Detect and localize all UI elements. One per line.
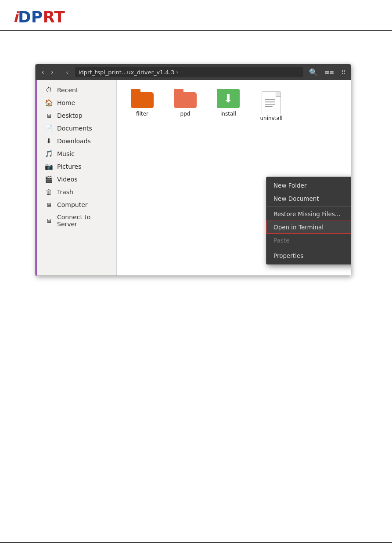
sidebar-label-pictures: Pictures bbox=[57, 163, 81, 170]
sidebar-item-computer[interactable]: 🖥 Computer bbox=[39, 199, 115, 211]
sidebar-item-trash[interactable]: 🗑 Trash bbox=[39, 186, 115, 198]
sidebar-item-home[interactable]: 🏠 Home bbox=[39, 97, 115, 109]
sidebar-label-desktop: Desktop bbox=[57, 112, 83, 119]
sidebar-label-documents: Documents bbox=[57, 125, 92, 132]
bottom-line bbox=[0, 542, 392, 543]
sidebar-item-recent[interactable]: ⏱ Recent bbox=[39, 84, 115, 96]
documents-icon: 📄 bbox=[45, 124, 53, 132]
ctx-label-paste: Paste bbox=[273, 237, 289, 244]
text-file-icon bbox=[259, 92, 284, 113]
sidebar: ⏱ Recent 🏠 Home 🖥 Desktop 📄 Documents ⬇ … bbox=[36, 80, 117, 276]
file-label-filter: filter bbox=[136, 111, 148, 117]
file-manager-body: ⏱ Recent 🏠 Home 🖥 Desktop 📄 Documents ⬇ … bbox=[36, 80, 351, 276]
file-label-install: install bbox=[220, 111, 236, 117]
ctx-properties[interactable]: Properties bbox=[266, 249, 351, 262]
pictures-icon: 📷 bbox=[45, 163, 53, 170]
toolbar-right-icons: 🔍 ≡≡ ⠿ bbox=[307, 67, 347, 77]
sidebar-item-desktop[interactable]: 🖥 Desktop bbox=[39, 109, 115, 122]
sidebar-item-documents[interactable]: 📄 Documents bbox=[39, 122, 115, 134]
toolbar-separator bbox=[60, 68, 60, 76]
sidebar-label-computer: Computer bbox=[57, 201, 88, 208]
ctx-sep-2 bbox=[266, 248, 351, 248]
ctx-open-terminal[interactable]: Open in Terminal bbox=[266, 221, 351, 234]
ctx-label-restore-missing: Restore Missing Files... bbox=[273, 210, 341, 218]
logo-p: P bbox=[31, 8, 43, 26]
file-label-uninstall: uninstall bbox=[260, 115, 282, 121]
file-item-install[interactable]: ⬇ install bbox=[211, 88, 246, 121]
back-button[interactable]: ‹ bbox=[39, 67, 47, 77]
install-file-icon: ⬇ bbox=[216, 88, 241, 109]
ctx-label-new-folder: New Folder bbox=[273, 182, 306, 189]
trash-icon: 🗑 bbox=[45, 188, 53, 196]
grid-view-icon[interactable]: ⠿ bbox=[339, 68, 347, 76]
text-file-shape bbox=[262, 91, 281, 114]
ctx-sep-1 bbox=[266, 206, 351, 207]
desktop-icon: 🖥 bbox=[45, 112, 53, 120]
file-manager-window: ‹ › ‹ idprt_tspl_print...ux_driver_v1.4.… bbox=[35, 64, 351, 276]
forward-button[interactable]: › bbox=[48, 67, 56, 77]
ctx-label-new-document: New Document bbox=[273, 195, 319, 202]
logo: i D P RT bbox=[13, 8, 379, 26]
sidebar-label-recent: Recent bbox=[57, 87, 78, 94]
sidebar-item-pictures[interactable]: 📷 Pictures bbox=[39, 160, 115, 173]
ctx-new-document[interactable]: New Document › bbox=[266, 192, 351, 205]
list-view-icon[interactable]: ≡≡ bbox=[323, 68, 336, 76]
downloads-icon: ⬇ bbox=[45, 137, 53, 145]
logo-d: D bbox=[18, 8, 31, 26]
ctx-paste: Paste bbox=[266, 234, 351, 247]
sidebar-label-connect-server: Connect to Server bbox=[57, 214, 108, 228]
sidebar-label-music: Music bbox=[57, 150, 75, 157]
search-icon[interactable]: 🔍 bbox=[307, 67, 320, 77]
ctx-new-folder[interactable]: New Folder bbox=[266, 179, 351, 192]
sidebar-label-downloads: Downloads bbox=[57, 138, 91, 145]
connect-server-icon: 🖥 bbox=[45, 217, 53, 225]
ctx-label-properties: Properties bbox=[273, 252, 303, 259]
recent-icon: ⏱ bbox=[45, 86, 53, 94]
sidebar-label-home: Home bbox=[57, 99, 75, 106]
music-icon: 🎵 bbox=[45, 150, 53, 158]
up-button[interactable]: ‹ bbox=[64, 68, 71, 76]
toolbar: ‹ › ‹ idprt_tspl_print...ux_driver_v1.4.… bbox=[36, 64, 351, 80]
file-item-ppd[interactable]: ppd bbox=[168, 88, 203, 121]
sidebar-item-connect-server[interactable]: 🖥 Connect to Server bbox=[39, 211, 115, 230]
ctx-label-open-terminal: Open in Terminal bbox=[273, 224, 324, 231]
sidebar-item-videos[interactable]: 🎬 Videos bbox=[39, 173, 115, 185]
logo-area: i D P RT bbox=[0, 0, 392, 31]
file-item-uninstall[interactable]: uninstall bbox=[254, 92, 289, 121]
logo-i: i bbox=[13, 9, 18, 25]
home-icon: 🏠 bbox=[45, 99, 53, 107]
folder-ppd-icon bbox=[173, 88, 198, 109]
sidebar-item-downloads[interactable]: ⬇ Downloads bbox=[39, 135, 115, 147]
logo-rt: RT bbox=[43, 8, 65, 26]
context-menu: New Folder New Document › Restore Missin… bbox=[266, 177, 351, 265]
file-item-filter[interactable]: filter bbox=[125, 88, 160, 121]
folder-filter-icon bbox=[130, 88, 155, 109]
files-grid: filter ppd ⬇ bbox=[125, 88, 343, 121]
breadcrumb-text: idprt_tspl_print...ux_driver_v1.4.3 bbox=[79, 69, 174, 76]
sidebar-label-trash: Trash bbox=[57, 189, 73, 196]
sidebar-label-videos: Videos bbox=[57, 176, 78, 183]
ctx-restore-missing[interactable]: Restore Missing Files... bbox=[266, 207, 351, 221]
files-area: filter ppd ⬇ bbox=[117, 80, 351, 276]
breadcrumb: idprt_tspl_print...ux_driver_v1.4.3 › bbox=[75, 67, 303, 77]
install-icon-shape: ⬇ bbox=[217, 89, 240, 108]
videos-icon: 🎬 bbox=[45, 175, 53, 183]
sidebar-item-music[interactable]: 🎵 Music bbox=[39, 148, 115, 160]
computer-icon: 🖥 bbox=[45, 201, 53, 209]
breadcrumb-arrow: › bbox=[176, 69, 178, 75]
file-label-ppd: ppd bbox=[180, 111, 191, 117]
